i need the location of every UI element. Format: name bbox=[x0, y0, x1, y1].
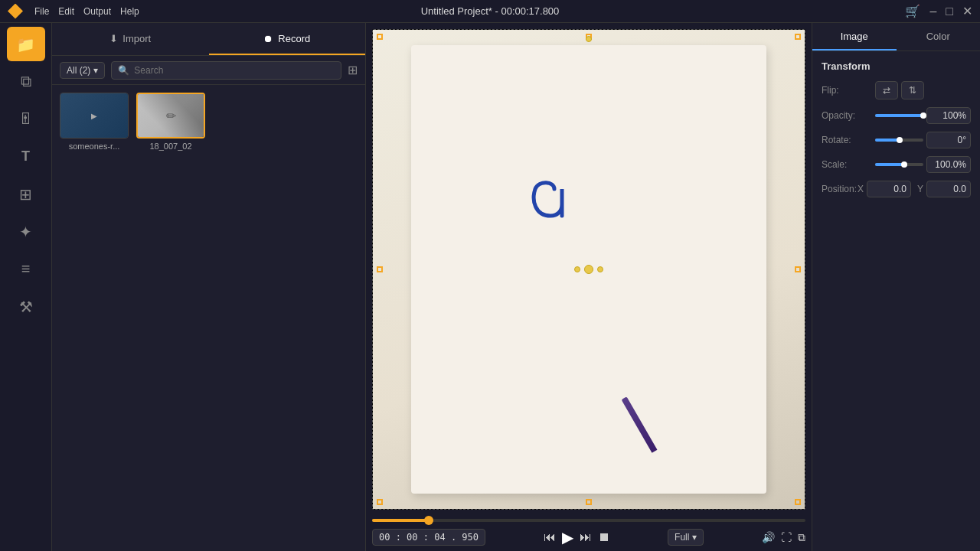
prev-frame-button[interactable]: ⏮ bbox=[544, 530, 556, 544]
sidebar-item-tools[interactable]: ⚒ bbox=[7, 289, 45, 324]
scale-slider[interactable] bbox=[875, 163, 923, 166]
preview-video-inner bbox=[373, 30, 805, 509]
fullscreen-icon[interactable]: ⛶ bbox=[781, 531, 792, 543]
import-tab[interactable]: ⬇ Import bbox=[52, 23, 209, 55]
opacity-slider[interactable] bbox=[875, 114, 923, 117]
sidebar-item-templates[interactable]: ⊞ bbox=[7, 177, 45, 211]
sidebar-item-media[interactable]: 📁 bbox=[7, 27, 45, 61]
media-thumb-2: ✏ bbox=[136, 93, 205, 139]
rotate-input[interactable]: 0° bbox=[926, 132, 971, 148]
app-logo bbox=[8, 4, 23, 19]
flip-label: Flip: bbox=[822, 85, 875, 96]
sidebar: 📁 ⧉ 🎚 T ⊞ ✦ ≡ ⚒ bbox=[0, 23, 52, 551]
center-dot-1 bbox=[574, 266, 580, 272]
y-input[interactable]: 0.0 bbox=[926, 181, 971, 197]
filters-icon: ≡ bbox=[21, 260, 31, 278]
record-tab-label: Record bbox=[278, 33, 310, 44]
window-title: Untitled Project* - 00:00:17.800 bbox=[421, 5, 560, 17]
text-icon: T bbox=[21, 148, 30, 165]
sidebar-item-transitions[interactable]: ⧉ bbox=[7, 64, 45, 99]
scale-slider-fill bbox=[875, 163, 904, 166]
sidebar-item-effects[interactable]: ✦ bbox=[7, 214, 45, 249]
sidebar-item-filters[interactable]: ≡ bbox=[7, 252, 45, 286]
import-tab-label: Import bbox=[122, 33, 151, 44]
grid-toggle-icon[interactable]: ⊞ bbox=[348, 63, 358, 77]
position-controls: X 0.0 Y 0.0 bbox=[858, 181, 971, 197]
x-input[interactable]: 0.0 bbox=[867, 181, 911, 197]
scale-slider-knob bbox=[901, 161, 907, 168]
split-screen-icon[interactable]: ⧉ bbox=[798, 531, 805, 544]
sidebar-item-text[interactable]: T bbox=[7, 139, 45, 174]
menu-output[interactable]: Output bbox=[83, 6, 111, 17]
sidebar-item-audio[interactable]: 🎚 bbox=[7, 102, 45, 136]
media-thumb-1: ▶ bbox=[60, 93, 129, 139]
rotate-slider-knob bbox=[897, 137, 903, 143]
position-label: Position: bbox=[822, 184, 858, 194]
effects-icon: ✦ bbox=[19, 223, 32, 241]
menu-edit[interactable]: Edit bbox=[58, 6, 74, 17]
progress-bar[interactable] bbox=[372, 519, 805, 522]
main-area: 📁 ⧉ 🎚 T ⊞ ✦ ≡ ⚒ ⬇ Import bbox=[0, 23, 980, 551]
rotate-row: Rotate: 0° bbox=[822, 132, 971, 148]
transform-section-title: Transform bbox=[822, 60, 971, 72]
search-input[interactable] bbox=[134, 65, 335, 76]
position-row: Position: X 0.0 Y 0.0 bbox=[822, 181, 971, 197]
corner-handle-tr[interactable] bbox=[795, 34, 801, 40]
opacity-label: Opacity: bbox=[822, 110, 875, 121]
templates-icon: ⊞ bbox=[19, 185, 32, 204]
properties-panel: Image Color Transform Flip: ⇄ ⇅ Opacity: bbox=[812, 23, 980, 551]
x-label: X bbox=[858, 184, 864, 194]
chevron-down-icon: ▾ bbox=[93, 65, 98, 76]
flip-controls: ⇄ ⇅ bbox=[875, 81, 971, 99]
tools-icon: ⚒ bbox=[19, 298, 33, 316]
preview-right-buttons: 🔊 ⛶ ⧉ bbox=[762, 531, 805, 544]
corner-handle-br[interactable] bbox=[795, 499, 801, 505]
quality-chevron-icon: ▾ bbox=[692, 532, 697, 543]
rotate-controls: 0° bbox=[875, 132, 971, 148]
center-dot-2 bbox=[584, 265, 593, 274]
play-button[interactable]: ▶ bbox=[562, 528, 573, 546]
media-tabs: ⬇ Import ⏺ Record bbox=[52, 23, 365, 56]
quality-dropdown[interactable]: Full ▾ bbox=[668, 529, 704, 546]
progress-knob[interactable] bbox=[424, 516, 433, 525]
media-item-2[interactable]: ✏ 18_007_02 bbox=[136, 93, 205, 151]
filter-dropdown[interactable]: All (2) ▾ bbox=[60, 62, 105, 79]
maximize-button[interactable]: □ bbox=[946, 5, 953, 18]
record-tab[interactable]: ⏺ Record bbox=[209, 23, 366, 55]
corner-handle-mr[interactable] bbox=[795, 266, 801, 272]
media-item[interactable]: ▶ someones-r... bbox=[60, 93, 129, 151]
corner-handle-tl[interactable] bbox=[377, 34, 383, 40]
rotate-label: Rotate: bbox=[822, 135, 875, 145]
corner-handle-bl[interactable] bbox=[377, 499, 383, 505]
time-display: 00 : 00 : 04 . 950 bbox=[372, 529, 485, 546]
volume-icon[interactable]: 🔊 bbox=[762, 531, 775, 543]
opacity-controls: 100% bbox=[875, 107, 971, 124]
rotate-slider[interactable] bbox=[875, 139, 923, 142]
preview-panel: 00 : 00 : 04 . 950 ⏮ ▶ ⏭ ⏹ Full ▾ 🔊 ⛶ ⧉ bbox=[366, 23, 812, 551]
media-panel: ⬇ Import ⏺ Record All (2) ▾ 🔍 ⊞ bbox=[52, 23, 366, 551]
image-tab[interactable]: Image bbox=[812, 23, 897, 51]
scale-input[interactable]: 100.0% bbox=[926, 156, 971, 173]
corner-handle-bc[interactable] bbox=[586, 499, 592, 505]
close-button[interactable]: ✕ bbox=[962, 5, 972, 18]
preview-progress bbox=[366, 516, 812, 523]
minimize-button[interactable]: – bbox=[929, 5, 936, 18]
media-grid: ▶ someones-r... ✏ 18_007_02 bbox=[52, 85, 365, 158]
y-label: Y bbox=[917, 184, 923, 194]
cart-icon[interactable]: 🛒 bbox=[905, 5, 920, 18]
next-frame-button[interactable]: ⏭ bbox=[580, 530, 592, 544]
preview-controls: 00 : 00 : 04 . 950 ⏮ ▶ ⏭ ⏹ Full ▾ 🔊 ⛶ ⧉ bbox=[366, 523, 812, 551]
scale-controls: 100.0% bbox=[875, 156, 971, 173]
corner-handle-ml[interactable] bbox=[377, 266, 383, 272]
opacity-input[interactable]: 100% bbox=[926, 107, 971, 124]
folder-icon: 📁 bbox=[16, 35, 35, 54]
flip-vertical-button[interactable]: ⇅ bbox=[901, 81, 924, 99]
color-tab[interactable]: Color bbox=[897, 23, 981, 51]
video-content bbox=[373, 30, 805, 509]
flip-horizontal-button[interactable]: ⇄ bbox=[875, 81, 898, 99]
transitions-icon: ⧉ bbox=[21, 73, 31, 90]
menu-file[interactable]: File bbox=[34, 6, 49, 17]
stop-button[interactable]: ⏹ bbox=[598, 530, 610, 544]
search-icon: 🔍 bbox=[118, 65, 129, 76]
menu-help[interactable]: Help bbox=[120, 6, 139, 17]
